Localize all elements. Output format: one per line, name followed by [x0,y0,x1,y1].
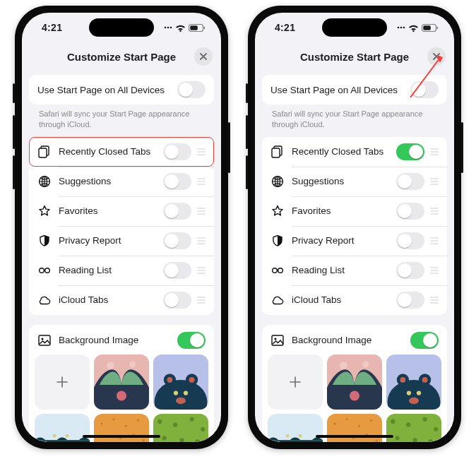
row-label: Favorites [59,205,163,216]
globe-icon [270,174,285,189]
row-label: Privacy Report [292,235,396,246]
row-recently-closed-tabs: Recently Closed Tabs [29,137,214,167]
row-recently-closed-tabs: Recently Closed Tabs [262,137,447,167]
favorites-toggle[interactable] [396,203,424,220]
favorites-toggle[interactable] [163,203,191,220]
all-devices-toggle[interactable] [410,81,439,98]
row-privacy-report: Privacy Report [29,226,214,256]
add-background-tile[interactable] [268,354,323,410]
wifi-icon [408,23,419,32]
privacy-report-toggle[interactable] [396,232,424,249]
close-icon [198,52,208,61]
star-icon [37,204,52,218]
row-label: Recently Closed Tabs [59,146,163,157]
shield-icon [37,234,52,248]
reorder-handle-icon[interactable] [430,297,439,304]
reading-list-toggle[interactable] [163,262,191,279]
page-title: Customize Start Page [300,51,409,63]
photo-icon [270,333,285,347]
reorder-handle-icon[interactable] [430,208,439,215]
row-label: Favorites [292,205,396,216]
background-tile[interactable] [386,354,441,410]
background-tile[interactable] [268,414,323,442]
background-image-toggle[interactable] [177,332,206,349]
row-icloud-tabs: iCloud Tabs [262,285,447,315]
reorder-handle-icon[interactable] [430,148,439,155]
reading-list-toggle[interactable] [396,262,424,279]
plus-icon [287,374,303,390]
reorder-handle-icon[interactable] [430,237,439,244]
all-devices-footnote: Safari will sync your Start Page appeara… [262,105,447,133]
home-indicator[interactable] [83,435,160,438]
close-icon [432,52,441,61]
row-privacy-report: Privacy Report [262,226,447,256]
row-label: Background Image [292,335,410,345]
row-label: iCloud Tabs [292,294,396,305]
reorder-handle-icon[interactable] [197,267,206,274]
reorder-handle-icon[interactable] [197,178,206,185]
row-label: Suggestions [292,176,396,186]
privacy-report-toggle[interactable] [163,232,191,249]
screen: 4:21 Customize Start Page Use [255,13,454,442]
row-suggestions: Suggestions [262,167,447,196]
icloud-tabs-toggle[interactable] [163,292,191,309]
status-time: 4:21 [42,22,62,33]
reorder-handle-icon[interactable] [430,267,439,274]
row-label: Recently Closed Tabs [292,146,396,157]
background-tile[interactable] [153,414,208,442]
add-background-tile[interactable] [35,354,90,410]
background-image-toggle[interactable] [410,332,439,349]
status-extra-icon [397,23,405,32]
reorder-handle-icon[interactable] [430,178,439,185]
suggestions-toggle[interactable] [163,173,191,190]
background-tile[interactable] [94,354,149,410]
shield-icon [270,234,285,248]
page-title: Customize Start Page [67,51,176,63]
all-devices-row: Use Start Page on All Devices [262,75,447,105]
row-label: Reading List [292,265,396,275]
row-reading-list: Reading List [262,256,447,285]
icloud-tabs-toggle[interactable] [396,292,424,309]
reorder-handle-icon[interactable] [197,297,206,304]
row-icloud-tabs: iCloud Tabs [29,285,214,315]
rect-on-rect-icon [270,145,285,159]
rect-on-rect-icon [37,145,52,159]
row-background-image: Background Image [29,325,214,354]
status-extra-icon [164,23,172,32]
recently-closed-toggle[interactable] [163,143,191,160]
background-image-section: Background Image [262,325,447,442]
globe-icon [37,174,52,189]
star-icon [270,204,285,218]
all-devices-row: Use Start Page on All Devices [29,75,214,105]
screen: 4:21 Customize Start Page Use [22,13,221,442]
reorder-handle-icon[interactable] [197,237,206,244]
suggestions-toggle[interactable] [396,173,424,190]
reorder-handle-icon[interactable] [197,148,206,155]
all-devices-label: Use Start Page on All Devices [37,85,177,95]
reorder-handle-icon[interactable] [197,208,206,215]
background-tile[interactable] [153,354,208,410]
all-devices-toggle[interactable] [177,81,206,98]
row-background-image: Background Image [262,325,447,354]
row-label: iCloud Tabs [59,294,163,305]
photo-icon [37,333,52,347]
row-suggestions: Suggestions [29,167,214,196]
battery-icon [189,23,206,32]
dynamic-island [322,18,387,37]
background-tile[interactable] [327,354,382,410]
background-tile[interactable] [386,414,441,442]
close-button[interactable] [427,47,446,66]
background-tile[interactable] [35,414,90,442]
dynamic-island [89,18,154,37]
home-indicator[interactable] [316,435,393,438]
background-image-section: Background Image [29,325,214,442]
cloud-icon [37,293,52,307]
recently-closed-toggle[interactable] [396,143,424,160]
battery-icon [422,23,439,32]
row-label: Background Image [59,335,177,345]
plus-icon [54,374,70,390]
close-button[interactable] [194,47,213,66]
phone-frame: 4:21 Customize Start Page Use [248,6,461,449]
row-label: Privacy Report [59,235,163,246]
row-favorites: Favorites [262,196,447,226]
